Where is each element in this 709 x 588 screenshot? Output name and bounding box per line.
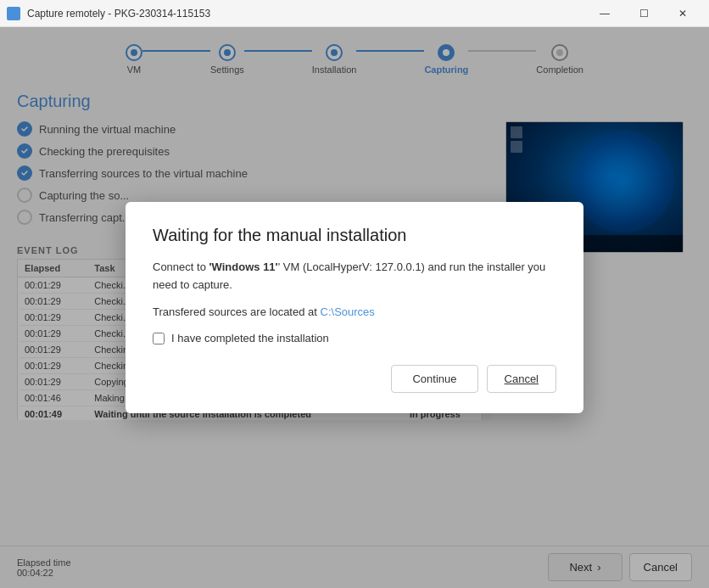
- installation-checkbox[interactable]: [153, 333, 165, 344]
- window-title: Capture remotely - PKG-230314-115153: [27, 8, 585, 20]
- modal-cancel-button[interactable]: Cancel: [487, 365, 556, 393]
- modal-sources-text: Transfered sources are located at: [153, 305, 321, 318]
- checkbox-label: I have completed the installation: [171, 332, 329, 344]
- modal-buttons: Continue Cancel: [153, 365, 556, 393]
- modal-dialog: Waiting for the manual installation Conn…: [126, 202, 583, 413]
- modal-body: Connect to 'Windows 11'' VM (LocalHyperV…: [153, 259, 556, 294]
- main-content: VM Settings Installation Capturing: [0, 27, 709, 588]
- minimize-button[interactable]: —: [585, 0, 624, 27]
- modal-overlay: Waiting for the manual installation Conn…: [0, 27, 709, 588]
- checkbox-row: I have completed the installation: [153, 332, 556, 344]
- close-button[interactable]: ✕: [663, 0, 702, 27]
- sources-link[interactable]: C:\Sources: [321, 305, 375, 318]
- maximize-button[interactable]: ☐: [624, 0, 663, 27]
- modal-vm-name: 'Windows 11': [209, 260, 278, 273]
- modal-body-line1: Connect to: [153, 260, 209, 273]
- title-bar: Capture remotely - PKG-230314-115153 — ☐…: [0, 0, 709, 27]
- modal-title: Waiting for the manual installation: [153, 226, 556, 245]
- modal-sources-line: Transfered sources are located at C:\Sou…: [153, 304, 556, 322]
- app-icon: [7, 7, 20, 20]
- continue-button[interactable]: Continue: [391, 365, 477, 393]
- window-controls: — ☐ ✕: [585, 0, 702, 27]
